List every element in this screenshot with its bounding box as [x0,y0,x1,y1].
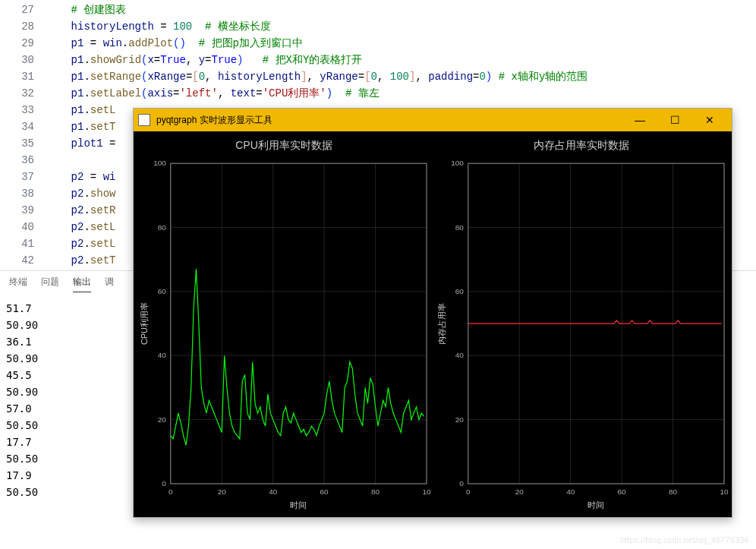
line-number: 32 [0,85,34,102]
svg-text:80: 80 [455,223,465,232]
svg-text:40: 40 [455,351,465,359]
line-number: 31 [0,68,34,85]
cpu-plot-chart[interactable]: 02040608010020406080100CPU利用率时间 [137,157,431,516]
cpu-plot-panel[interactable]: CPU利用率实时数据 02040608010020406080100CPU利用率… [137,134,431,514]
svg-text:20: 20 [515,487,524,496]
line-number: 35 [0,135,34,152]
line-number: 37 [0,169,34,185]
svg-text:0: 0 [466,487,471,496]
line-number: 41 [0,235,34,252]
svg-text:100: 100 [451,159,464,167]
line-number: 39 [0,202,34,219]
svg-text:时间: 时间 [587,500,604,510]
svg-text:80: 80 [371,487,380,496]
svg-text:20: 20 [455,415,465,424]
svg-text:60: 60 [455,287,465,295]
svg-text:40: 40 [566,487,575,496]
code-line[interactable]: p1.showGrid(x=True, y=True) # 把X和Y的表格打开 [46,52,756,68]
svg-text:60: 60 [618,487,627,496]
code-line[interactable]: p1 = win.addPlot() # 把图p加入到窗口中 [46,35,756,52]
svg-text:20: 20 [218,487,227,496]
line-number: 29 [0,35,34,52]
line-number: 34 [0,118,34,135]
svg-text:80: 80 [158,223,167,232]
line-gutter: 27282930313233343536373839404142 [0,0,46,270]
window-icon [138,114,150,126]
line-number: 27 [0,2,34,18]
tab-problems[interactable]: 问题 [41,276,59,292]
code-line[interactable]: p1.setRange(xRange=[0, historyLength], y… [46,68,756,85]
svg-text:60: 60 [158,287,167,295]
maximize-button[interactable]: ☐ [657,109,692,131]
line-number: 33 [0,102,34,118]
line-number: 30 [0,52,34,68]
cpu-plot-title: CPU利用率实时数据 [137,134,431,157]
line-number: 40 [0,219,34,235]
svg-text:CPU利用率: CPU利用率 [140,302,149,345]
svg-text:100: 100 [153,159,166,167]
svg-text:40: 40 [269,487,278,496]
mem-plot-title: 内存占用率实时数据 [434,134,729,157]
line-number: 36 [0,152,34,169]
tab-terminal[interactable]: 终端 [9,276,27,292]
svg-text:0: 0 [459,479,464,487]
line-number: 38 [0,185,34,202]
svg-text:内存占用率: 内存占用率 [437,303,446,345]
svg-text:0: 0 [162,479,166,487]
line-number: 42 [0,252,34,269]
close-button[interactable]: ✕ [692,109,727,131]
svg-text:80: 80 [669,487,678,496]
svg-text:40: 40 [158,351,167,359]
svg-text:10: 10 [720,487,729,496]
pyqtgraph-window[interactable]: pyqtgraph 实时波形显示工具 — ☐ ✕ CPU利用率实时数据 0204… [133,108,732,518]
svg-text:60: 60 [320,487,329,496]
plot-container: CPU利用率实时数据 02040608010020406080100CPU利用率… [134,131,732,517]
window-title: pyqtgraph 实时波形显示工具 [156,114,622,127]
svg-text:0: 0 [169,487,173,496]
svg-rect-24 [171,163,427,484]
code-line[interactable]: # 创建图表 [46,2,756,18]
code-line[interactable]: p1.setLabel(axis='left', text='CPU利用率') … [46,85,756,102]
minimize-button[interactable]: — [622,109,657,131]
tab-output[interactable]: 输出 [73,276,91,292]
mem-plot-panel[interactable]: 内存占用率实时数据 02040608010020406080100内存占用率时间 [434,134,729,514]
watermark: https://blog.csdn.net/qq_45779334 [620,535,748,544]
code-line[interactable]: historyLength = 100 # 横坐标长度 [46,18,756,35]
svg-text:时间: 时间 [290,500,307,510]
window-titlebar[interactable]: pyqtgraph 实时波形显示工具 — ☐ ✕ [134,109,732,131]
mem-plot-chart[interactable]: 02040608010020406080100内存占用率时间 [434,157,729,516]
line-number: 28 [0,18,34,35]
tab-debug[interactable]: 调 [105,276,114,292]
svg-text:10: 10 [422,487,431,496]
svg-text:20: 20 [158,415,167,424]
